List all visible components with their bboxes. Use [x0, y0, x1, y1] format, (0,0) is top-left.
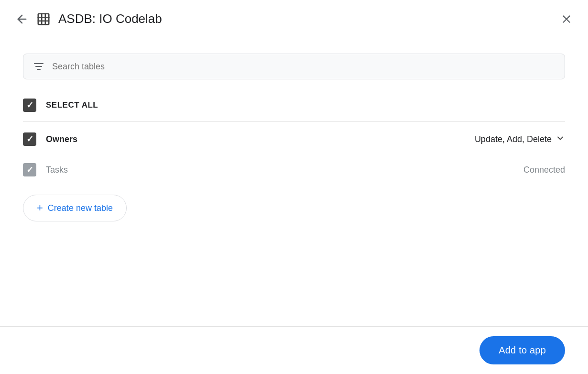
dialog: ASDB: IO Codelab ✓ SE: [0, 0, 588, 374]
checkmark-icon: ✓: [26, 100, 33, 110]
owners-dropdown-arrow-icon: [555, 133, 565, 145]
search-input[interactable]: [52, 62, 555, 72]
create-new-label: Create new table: [48, 203, 113, 213]
table-row-owners: ✓ Owners Update, Add, Delete: [23, 124, 565, 154]
header: ASDB: IO Codelab: [0, 0, 588, 38]
create-new-table-button[interactable]: + Create new table: [23, 195, 127, 221]
close-button[interactable]: [560, 13, 573, 25]
owners-permission-dropdown[interactable]: Update, Add, Delete: [475, 133, 565, 145]
back-button[interactable]: [15, 12, 29, 26]
owners-checkmark-icon: ✓: [26, 134, 33, 144]
body: ✓ SELECT ALL ✓ Owners Update, Add, Delet…: [0, 38, 588, 326]
owners-permission-label: Update, Add, Delete: [475, 134, 552, 144]
filter-icon: [33, 61, 44, 72]
select-all-label: SELECT ALL: [46, 100, 98, 110]
tasks-checkmark-icon: ✓: [26, 165, 33, 175]
select-all-row[interactable]: ✓ SELECT ALL: [23, 93, 565, 118]
tasks-checkbox[interactable]: ✓: [23, 163, 36, 176]
svg-rect-1: [38, 13, 49, 24]
header-title: ASDB: IO Codelab: [58, 11, 560, 26]
owners-label: Owners: [46, 134, 475, 144]
select-all-checkbox[interactable]: ✓: [23, 99, 36, 112]
owners-checkbox[interactable]: ✓: [23, 132, 36, 146]
search-bar[interactable]: [23, 54, 565, 79]
table-row-tasks: ✓ Tasks Connected: [23, 154, 565, 185]
plus-icon: +: [37, 202, 43, 214]
footer: Add to app: [0, 326, 588, 374]
tasks-connected-label: Connected: [523, 165, 565, 175]
add-to-app-button[interactable]: Add to app: [479, 336, 565, 364]
tasks-label: Tasks: [46, 165, 523, 175]
divider-1: [23, 121, 565, 122]
table-icon: [36, 12, 51, 26]
